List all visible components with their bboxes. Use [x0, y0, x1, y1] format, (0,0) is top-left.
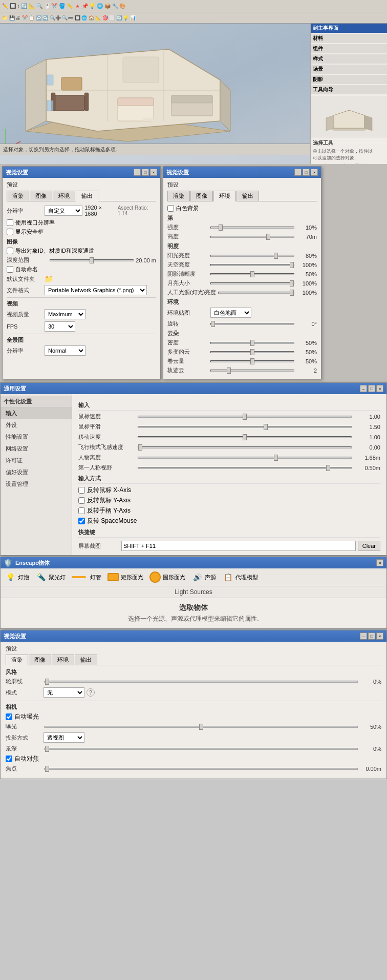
vsb-maximize-btn[interactable]: □: [368, 632, 375, 640]
projection-label: 投影方式: [6, 734, 41, 742]
sun-strength-slider[interactable]: [210, 227, 294, 229]
screenshot-shortcut-input[interactable]: [121, 541, 356, 551]
show-safe-area-row: 显示安全框: [7, 228, 156, 236]
sidebar-input[interactable]: 输入: [1, 407, 72, 419]
env-minimize-btn[interactable]: –: [294, 169, 302, 176]
eo-close-btn[interactable]: ×: [376, 559, 383, 566]
env-tab-image[interactable]: 图像: [190, 191, 213, 201]
vsb-minimize-btn[interactable]: –: [360, 632, 367, 640]
reverse-handle-y-checkbox[interactable]: [78, 507, 85, 514]
spotlight-tool[interactable]: 🔦 聚光灯: [35, 571, 66, 583]
resolution-select[interactable]: 自定义: [45, 206, 82, 216]
moon-size-slider[interactable]: [210, 282, 294, 284]
vsb-tab-render[interactable]: 渲染: [6, 655, 28, 665]
mode-select[interactable]: 无: [44, 687, 84, 698]
depth-range-slider[interactable]: [50, 259, 134, 261]
round-light-tool[interactable]: 圆形面光: [149, 571, 185, 583]
shadow-sharpness-slider[interactable]: [210, 273, 294, 275]
white-bg-checkbox[interactable]: [167, 205, 174, 212]
focus-slider[interactable]: [45, 768, 358, 770]
vsb-tab-output[interactable]: 输出: [75, 655, 97, 665]
tab-environment[interactable]: 环境: [53, 191, 75, 201]
tab-output[interactable]: 输出: [76, 191, 98, 201]
sidebar-performance[interactable]: 性能设置: [1, 431, 72, 443]
exposure-slider[interactable]: [45, 726, 358, 728]
svg-rect-16: [79, 118, 90, 121]
3d-viewport[interactable]: 到主事界面 材料 组件 样式 场景 阴影 工具向导 选择工具: [0, 24, 387, 155]
clear-button[interactable]: Clear: [358, 541, 380, 551]
auto-exposure-checkbox[interactable]: [6, 713, 12, 720]
tab-image[interactable]: 图像: [30, 191, 52, 201]
gs-close-btn[interactable]: ×: [376, 385, 383, 392]
fov-slider[interactable]: [138, 467, 352, 469]
enscape-content: 选取物体 选择一个光源、声源或代理模型来编辑它的属性.: [1, 598, 386, 628]
artificial-light-slider[interactable]: [218, 292, 294, 294]
auto-name-checkbox[interactable]: [7, 266, 13, 273]
minimize-btn[interactable]: –: [134, 169, 141, 176]
dof-slider[interactable]: [45, 748, 358, 750]
sky-map-select[interactable]: 白色地面: [210, 308, 251, 318]
sun-height-slider[interactable]: [210, 236, 294, 238]
sidebar-preferences[interactable]: 偏好设置: [1, 466, 72, 478]
sound-tool[interactable]: 🔊 声源: [191, 571, 216, 583]
output-dialog-controls[interactable]: – □ ×: [134, 169, 157, 176]
env-tab-environment[interactable]: 环境: [213, 191, 236, 201]
sidebar-settings-manager[interactable]: 设置管理: [1, 478, 72, 490]
rect-light-tool[interactable]: 矩形面光: [107, 573, 143, 581]
panorama-res-select[interactable]: Normal: [45, 345, 85, 356]
env-tab-output[interactable]: 输出: [236, 191, 259, 201]
proxy-tool[interactable]: 📋 代理模型: [222, 571, 258, 583]
vsb-tab-image[interactable]: 图像: [29, 655, 51, 665]
show-safe-area-checkbox[interactable]: [7, 229, 13, 235]
vsb-tab-environment[interactable]: 环境: [52, 655, 74, 665]
tube-tool[interactable]: 灯管: [72, 574, 101, 581]
density-slider[interactable]: [210, 342, 294, 344]
exposure-row: 曝光 50%: [6, 723, 381, 730]
auto-focus-checkbox[interactable]: [6, 756, 12, 762]
vsb-close-btn[interactable]: ×: [376, 632, 383, 640]
bulb-tool[interactable]: 💡 灯泡: [5, 571, 29, 583]
sun-brightness-slider[interactable]: [210, 255, 294, 257]
gs-minimize-btn[interactable]: –: [360, 385, 367, 392]
sun-strength-label: 强度: [167, 223, 208, 231]
fly-speed-slider[interactable]: [138, 446, 352, 448]
sidebar-license[interactable]: 许可证: [1, 455, 72, 466]
trail-slider[interactable]: [210, 370, 294, 372]
help-icon[interactable]: ?: [87, 688, 95, 697]
mouse-smooth-slider[interactable]: [138, 426, 352, 428]
env-dialog-controls[interactable]: – □ ×: [294, 169, 318, 176]
maximize-btn[interactable]: □: [142, 169, 149, 176]
vsb-tabs[interactable]: 渲染 图像 环境 输出: [6, 655, 381, 665]
outline-slider[interactable]: [45, 681, 358, 683]
vs-bottom-controls[interactable]: – □ ×: [360, 632, 383, 640]
fps-select[interactable]: 30: [45, 321, 75, 332]
mouse-speed-slider[interactable]: [138, 416, 352, 418]
env-tab-render[interactable]: 渲染: [167, 191, 190, 201]
reverse-y-checkbox[interactable]: [78, 497, 85, 504]
rotation-slider[interactable]: [210, 323, 294, 325]
env-maximize-btn[interactable]: □: [303, 169, 310, 176]
tab-render[interactable]: 渲染: [7, 191, 29, 201]
sky-brightness-slider[interactable]: [210, 264, 294, 266]
use-viewport-checkbox[interactable]: [7, 219, 13, 226]
file-type-select[interactable]: Portable Network Graphics (*.png): [45, 285, 147, 295]
folder-icon[interactable]: 📁: [45, 275, 53, 283]
sidebar-network[interactable]: 网络设置: [1, 443, 72, 455]
env-tabs[interactable]: 渲染 图像 环境 输出: [167, 191, 317, 201]
general-settings-controls[interactable]: – □ ×: [360, 385, 383, 392]
reverse-x-checkbox[interactable]: [78, 487, 85, 494]
variety-slider[interactable]: [210, 351, 294, 353]
sidebar-peripherals[interactable]: 外设: [1, 419, 72, 431]
env-close-btn[interactable]: ×: [311, 169, 318, 176]
output-tabs[interactable]: 渲染 图像 环境 输出: [7, 191, 156, 201]
video-quality-select[interactable]: Maximum: [45, 309, 85, 319]
move-speed-slider[interactable]: [138, 436, 352, 438]
reverse-spacemouse-checkbox[interactable]: [78, 518, 85, 524]
export-id-checkbox[interactable]: [7, 248, 13, 254]
person-height-slider[interactable]: [138, 457, 352, 459]
projection-select[interactable]: 透视图: [44, 732, 84, 743]
gs-maximize-btn[interactable]: □: [368, 385, 375, 392]
enscape-objects-controls[interactable]: ×: [376, 559, 383, 566]
coverage-slider[interactable]: [210, 360, 294, 362]
close-btn[interactable]: ×: [150, 169, 157, 176]
